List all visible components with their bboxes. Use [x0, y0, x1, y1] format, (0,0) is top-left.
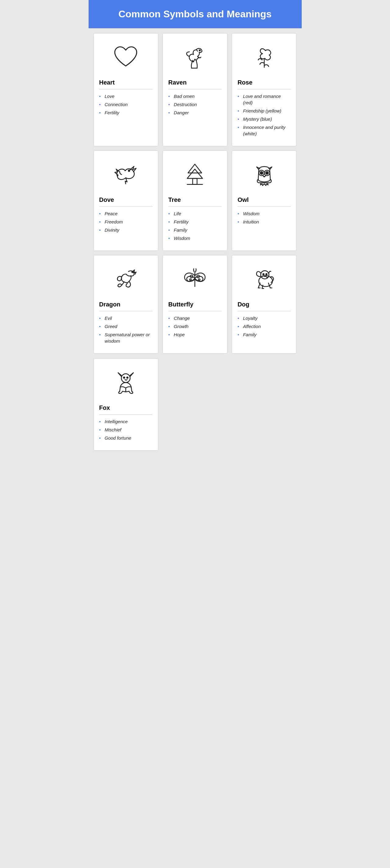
empty-placeholder	[163, 359, 227, 451]
list-item: Family	[238, 331, 291, 338]
heart-icon	[99, 39, 152, 76]
svg-point-22	[123, 377, 125, 378]
list-item: Supernatural power or wisdom	[99, 331, 152, 344]
tree-icon	[168, 157, 222, 193]
svg-point-0	[199, 50, 201, 51]
raven-title: Raven	[168, 79, 222, 89]
list-item: Mischief	[99, 427, 152, 433]
dog-icon	[238, 261, 291, 298]
list-item: Wisdom	[238, 210, 291, 217]
raven-meanings-list: Bad omenDestructionDanger	[168, 93, 222, 118]
dragon-icon	[99, 261, 152, 298]
rose-title: Rose	[238, 79, 291, 89]
list-item: Affection	[238, 323, 291, 330]
list-item: Wisdom	[168, 235, 222, 241]
svg-point-20	[266, 274, 267, 275]
dog-title: Dog	[238, 301, 291, 311]
list-item: Innocence and purity (white)	[238, 124, 291, 137]
card-raven: RavenBad omenDestructionDanger	[163, 33, 227, 146]
list-item: Intelligence	[99, 418, 152, 425]
card-tree: TreeLifeFertilityFamilyWisdom	[163, 151, 227, 251]
fox-icon	[99, 365, 152, 401]
card-owl: OwlWisdomIntuition	[232, 151, 297, 251]
list-item: Peace	[99, 210, 152, 217]
list-item: Life	[168, 210, 222, 217]
svg-point-1	[129, 170, 130, 172]
list-item: Loyalty	[238, 315, 291, 321]
owl-meanings-list: WisdomIntuition	[238, 210, 291, 227]
list-item: Good fortune	[99, 435, 152, 441]
tree-title: Tree	[168, 196, 222, 207]
raven-icon	[168, 39, 222, 76]
list-item: Bad omen	[168, 93, 222, 99]
butterfly-icon	[168, 261, 222, 298]
list-item: Evil	[99, 315, 152, 321]
svg-point-10	[260, 172, 261, 173]
card-dragon: DragonEvilGreedSupernatural power or wis…	[93, 255, 158, 353]
dove-title: Dove	[99, 196, 152, 207]
heart-title: Heart	[99, 79, 152, 89]
list-item: Danger	[168, 110, 222, 116]
fox-meanings-list: IntelligenceMischiefGood fortune	[99, 418, 152, 443]
list-item: Friendship (yellow)	[238, 107, 291, 114]
fox-title: Fox	[99, 404, 152, 415]
butterfly-title: Butterfly	[168, 301, 222, 311]
dove-meanings-list: PeaceFreedomDivinity	[99, 210, 152, 235]
card-dog: DogLoyaltyAffectionFamily	[232, 255, 297, 353]
heart-meanings-list: LoveConnectionFertility	[99, 93, 152, 118]
list-item: Love and romance (red)	[238, 93, 291, 106]
owl-title: Owl	[238, 196, 291, 207]
list-item: Change	[168, 315, 222, 321]
svg-point-15	[190, 279, 191, 280]
dragon-title: Dragon	[99, 301, 152, 311]
page-title: Common Symbols and Meanings	[89, 0, 302, 28]
list-item: Connection	[99, 101, 152, 107]
list-item: Intuition	[238, 219, 291, 225]
empty-placeholder	[232, 359, 297, 451]
dragon-meanings-list: EvilGreedSupernatural power or wisdom	[99, 315, 152, 346]
list-item: Mystery (blue)	[238, 116, 291, 122]
dove-icon	[99, 157, 152, 193]
rose-icon	[238, 39, 291, 76]
svg-point-21	[121, 374, 130, 382]
list-item: Fertility	[168, 219, 222, 225]
butterfly-meanings-list: ChangeGrowthHope	[168, 315, 222, 340]
card-butterfly: ButterflyChangeGrowthHope	[163, 255, 227, 353]
last-row-grid: FoxIntelligenceMischiefGood fortune	[89, 359, 302, 456]
rose-meanings-list: Love and romance (red)Friendship (yellow…	[238, 93, 291, 138]
page-header: Common Symbols and Meanings	[89, 0, 302, 28]
list-item: Destruction	[168, 101, 222, 107]
list-item: Freedom	[99, 219, 152, 225]
svg-rect-4	[193, 179, 197, 185]
svg-point-12	[132, 272, 133, 273]
list-item: Hope	[168, 331, 222, 338]
svg-point-11	[266, 172, 267, 173]
owl-icon	[238, 157, 291, 193]
card-heart: HeartLoveConnectionFertility	[93, 33, 158, 146]
svg-point-23	[127, 377, 128, 378]
list-item: Love	[99, 93, 152, 99]
list-item: Growth	[168, 323, 222, 330]
card-fox: FoxIntelligenceMischiefGood fortune	[93, 359, 158, 451]
svg-point-19	[263, 274, 264, 275]
list-item: Divinity	[99, 227, 152, 233]
svg-marker-2	[188, 164, 202, 173]
list-item: Greed	[99, 323, 152, 330]
list-item: Fertility	[99, 110, 152, 116]
svg-point-16	[198, 279, 200, 280]
card-rose: RoseLove and romance (red)Friendship (ye…	[232, 33, 297, 146]
list-item: Family	[168, 227, 222, 233]
cards-grid: HeartLoveConnectionFertility RavenBad om…	[89, 28, 302, 359]
dog-meanings-list: LoyaltyAffectionFamily	[238, 315, 291, 340]
tree-meanings-list: LifeFertilityFamilyWisdom	[168, 210, 222, 243]
card-dove: DovePeaceFreedomDivinity	[93, 151, 158, 251]
